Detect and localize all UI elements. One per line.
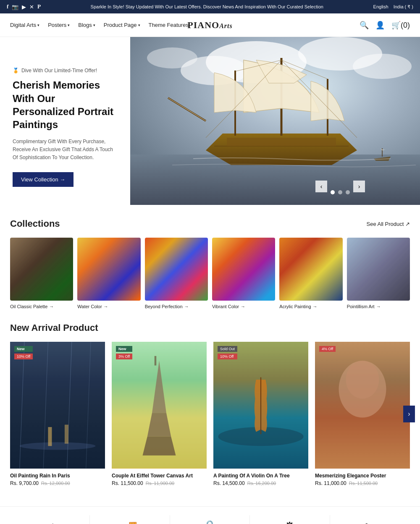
announcement-text: Sparkle In Style! Stay Updated With Our …: [41, 4, 373, 9]
chevron-down-icon: ▾: [68, 23, 70, 27]
region-selector[interactable]: English India ( ₹ ): [373, 4, 413, 10]
footer-feature-great-support: ✂ Great Support: [330, 515, 410, 524]
chevron-down-icon: ▾: [138, 23, 140, 27]
language-selector[interactable]: English: [373, 4, 388, 9]
product-price: Rs. 11,500.00Rs. 11,900.00: [112, 480, 207, 486]
view-collection-button[interactable]: View Collection →: [13, 172, 74, 187]
nav-theme-features[interactable]: Theme Features: [149, 22, 189, 28]
collection-name: Water Color →: [77, 304, 140, 309]
collection-thumb: [212, 238, 275, 301]
products-next-arrow[interactable]: ›: [403, 406, 415, 422]
product-badge: 4% Off: [319, 346, 336, 352]
svg-rect-21: [279, 238, 342, 301]
badge-new: New: [116, 346, 132, 352]
hero-description: Complimentary Gift With Every Purchase, …: [13, 138, 118, 162]
collection-thumb: [347, 238, 410, 301]
product-image: 4% Off: [315, 342, 410, 468]
search-icon[interactable]: 🔍: [360, 21, 369, 30]
footer-feature-secure-payment: 🔒 Secure Payment: [170, 515, 250, 524]
collection-item-4[interactable]: Acrylic Painting →: [279, 238, 342, 309]
product-card-3[interactable]: 4% Off Mesmerizing Elegance Poster Rs. 1…: [315, 342, 410, 486]
instagram-icon[interactable]: 📷: [12, 4, 18, 10]
hero-next-button[interactable]: ›: [353, 181, 365, 192]
svg-point-5: [147, 47, 197, 68]
products-grid: New10% Off Oil Painting Rain In Paris Rs…: [10, 342, 410, 486]
collection-thumb: [77, 238, 140, 301]
hero-dot-3[interactable]: [346, 190, 350, 194]
collection-name: Vibrant Color →: [212, 304, 275, 309]
collection-name: Acrylic Painting →: [279, 304, 342, 309]
product-image: Sold Out10% Off: [213, 342, 308, 468]
product-card-0[interactable]: New10% Off Oil Painting Rain In Paris Rs…: [10, 342, 105, 486]
chevron-down-icon: ▾: [93, 23, 95, 27]
product-card-2[interactable]: Sold Out10% Off A Painting Of A Violin O…: [213, 342, 308, 486]
svg-rect-31: [65, 425, 68, 444]
nav-product-page[interactable]: Product Page ▾: [104, 22, 140, 28]
see-all-link[interactable]: See All Product ↗: [367, 221, 410, 227]
pinterest-icon[interactable]: 𝐏: [37, 3, 41, 10]
hero-image-inner: [130, 37, 420, 205]
great-support-icon: ✂: [365, 519, 375, 524]
nav-digital-arts[interactable]: Digital Arts ▾: [10, 22, 39, 28]
footer-feature-easy-returns: ↩ Easy Returns: [10, 515, 90, 524]
collection-item-2[interactable]: Beyond Perfection →: [145, 238, 208, 309]
collection-name: Beyond Perfection →: [145, 304, 208, 309]
original-price: Rs. 12,000.00: [41, 481, 70, 486]
collection-thumb: [279, 238, 342, 301]
new-arrivals-header: New Arrival Product: [10, 322, 410, 333]
collection-item-1[interactable]: Water Color →: [77, 238, 140, 309]
svg-rect-30: [48, 427, 52, 446]
account-icon[interactable]: 👤: [375, 21, 385, 30]
announcement-bar: 𝐟 📷 ▶ ✕ 𝐏 Sparkle In Style! Stay Updated…: [0, 0, 420, 13]
collection-item-5[interactable]: Pointillism Art →: [347, 238, 410, 309]
svg-rect-18: [77, 238, 140, 301]
footer-feature-quality-assured: ⚙ Quality Assured: [250, 515, 330, 524]
hero-title: Cherish Memories With Our Personalized P…: [13, 79, 118, 131]
badge-discount: 10% Off: [218, 354, 237, 359]
hero-dot-2[interactable]: [338, 190, 342, 194]
product-badge: Sold Out10% Off: [218, 346, 237, 359]
collections-title: Collections: [10, 218, 60, 229]
youtube-icon[interactable]: ▶: [22, 4, 26, 10]
currency-selector[interactable]: India ( ₹ ): [394, 4, 413, 10]
product-price: Rs. 9,700.00Rs. 12,000.00: [10, 480, 105, 486]
nav-posters[interactable]: Posters ▾: [48, 22, 70, 28]
collection-item-0[interactable]: Oil Classic Palette →: [10, 238, 73, 309]
footer-features: ↩ Easy Returns 🚚 Free Shipping 🔒 Secure …: [0, 506, 420, 524]
svg-point-4: [353, 54, 412, 79]
site-logo[interactable]: PIANOArts: [187, 20, 232, 31]
product-badge: New3% Off: [116, 346, 132, 359]
product-title: Oil Painting Rain In Paris: [10, 473, 105, 479]
hero-text: 🏅 Dive With Our Limited-Time Offer! Cher…: [0, 37, 130, 205]
product-price: Rs. 14,500.00Rs. 16,200.00: [213, 480, 308, 486]
badge-discount: 10% Off: [14, 354, 33, 359]
original-price: Rs. 16,200.00: [247, 481, 276, 486]
product-card-1[interactable]: New3% Off Couple At Eiffel Tower Canvas …: [112, 342, 207, 486]
quality-assured-icon: ⚙: [284, 519, 295, 524]
original-price: Rs. 11,900.00: [146, 481, 175, 486]
twitter-icon[interactable]: ✕: [29, 4, 34, 10]
product-title: Couple At Eiffel Tower Canvas Art: [112, 473, 207, 479]
social-icons: 𝐟 📷 ▶ ✕ 𝐏: [7, 3, 41, 10]
svg-rect-17: [10, 238, 73, 301]
chevron-down-icon: ▾: [37, 23, 39, 27]
hero-section: 🏅 Dive With Our Limited-Time Offer! Cher…: [0, 37, 420, 205]
facebook-icon[interactable]: 𝐟: [7, 3, 8, 10]
product-title: A Painting Of A Violin On A Tree: [213, 473, 308, 479]
collection-item-3[interactable]: Vibrant Color →: [212, 238, 275, 309]
cart-icon[interactable]: 🛒(0): [391, 21, 410, 30]
new-arrivals-title: New Arrival Product: [10, 322, 98, 333]
svg-rect-22: [347, 238, 410, 301]
collection-name: Pointillism Art →: [347, 304, 410, 309]
svg-marker-36: [143, 437, 176, 456]
hero-prev-button[interactable]: ‹: [315, 181, 327, 192]
secure-payment-icon: 🔒: [202, 519, 217, 524]
svg-rect-37: [155, 356, 157, 366]
badge-discount: 3% Off: [116, 354, 132, 359]
collections-section: Collections See All Product ↗ Oil Classi…: [0, 205, 420, 322]
nav-blogs[interactable]: Blogs ▾: [78, 22, 95, 28]
collection-name: Oil Classic Palette →: [10, 304, 73, 309]
product-price: Rs. 11,000.00Rs. 11,500.00: [315, 480, 410, 486]
hero-dot-1[interactable]: [331, 190, 335, 194]
original-price: Rs. 11,500.00: [349, 481, 378, 486]
